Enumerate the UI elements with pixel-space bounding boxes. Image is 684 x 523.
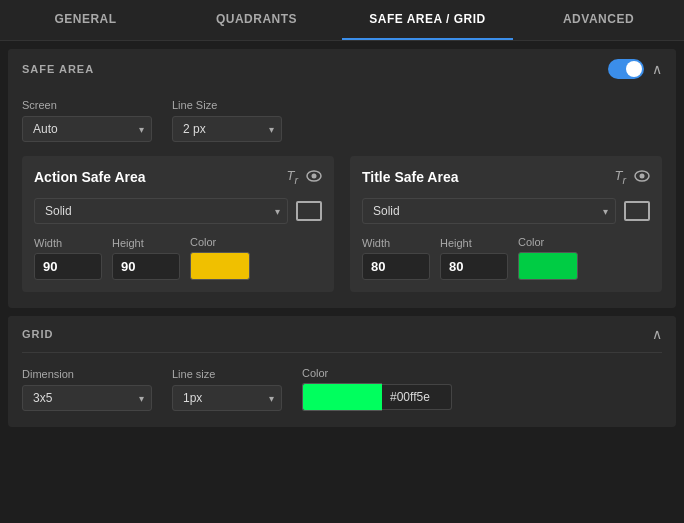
grid-dimension-label: Dimension [22,368,152,380]
svg-point-1 [312,173,317,178]
safe-area-controls: ∧ [608,59,662,79]
action-eye-icon[interactable] [306,169,322,185]
svg-point-3 [640,173,645,178]
grid-color-input[interactable] [382,384,452,410]
grid-title: GRID [22,328,54,340]
screen-label: Screen [22,99,152,111]
title-style-select-wrapper: Solid Dashed ▾ [362,198,616,224]
title-font-icon[interactable]: Tr [614,168,626,186]
grid-linesize-group: Line size 1px 2px 3px ▾ [172,368,282,411]
screen-linesize-row: Screen Auto ▾ Line Size 2 px 1 px 3 px [22,99,662,142]
action-width-label: Width [34,237,102,249]
grid-dimension-select[interactable]: 3x5 2x2 4x4 [22,385,152,411]
tab-bar: GENERAL QUADRANTS SAFE AREA / GRID ADVAN… [0,0,684,41]
title-width-field: Width [362,237,430,280]
grid-color-swatch[interactable] [302,383,382,411]
title-eye-icon[interactable] [634,169,650,185]
title-safe-icons: Tr [614,168,650,186]
line-size-field-group: Line Size 2 px 1 px 3 px ▾ [172,99,282,142]
action-dims-row: Width Height Color [34,236,322,280]
action-height-label: Height [112,237,180,249]
title-height-input[interactable] [440,253,508,280]
screen-select-wrapper: Auto ▾ [22,116,152,142]
action-style-select-wrapper: Solid Dashed ▾ [34,198,288,224]
safe-areas-container: Action Safe Area Tr [22,156,662,292]
title-height-field: Height [440,237,508,280]
screen-field-group: Screen Auto ▾ [22,99,152,142]
title-color-label: Color [518,236,578,248]
title-color-field: Color [518,236,578,280]
grid-dimension-select-wrapper: 3x5 2x2 4x4 ▾ [22,385,152,411]
title-height-label: Height [440,237,508,249]
title-width-label: Width [362,237,430,249]
grid-linesize-select[interactable]: 1px 2px 3px [172,385,282,411]
grid-header: GRID ∧ [8,316,676,352]
line-size-select[interactable]: 2 px 1 px 3 px [172,116,282,142]
title-safe-title: Title Safe Area [362,169,459,185]
action-rect-icon[interactable] [296,201,322,221]
line-size-select-wrapper: 2 px 1 px 3 px ▾ [172,116,282,142]
tab-general[interactable]: GENERAL [0,0,171,40]
action-height-input[interactable] [112,253,180,280]
action-color-field: Color [190,236,250,280]
action-font-icon[interactable]: Tr [286,168,298,186]
action-width-input[interactable] [34,253,102,280]
grid-settings-row: Dimension 3x5 2x2 4x4 ▾ Line size 1px 2p… [22,367,662,411]
safe-area-toggle[interactable] [608,59,644,79]
action-style-select[interactable]: Solid Dashed [34,198,288,224]
line-size-label: Line Size [172,99,282,111]
tab-safe-area-grid[interactable]: SAFE AREA / GRID [342,0,513,40]
title-width-input[interactable] [362,253,430,280]
safe-area-chevron[interactable]: ∧ [652,61,662,77]
title-rect-icon[interactable] [624,201,650,221]
grid-chevron[interactable]: ∧ [652,326,662,342]
title-dims-row: Width Height Color [362,236,650,280]
safe-area-title: SAFE AREA [22,63,94,75]
grid-section: GRID ∧ Dimension 3x5 2x2 4x4 ▾ Line size [8,316,676,427]
safe-area-content: Screen Auto ▾ Line Size 2 px 1 px 3 px [8,89,676,308]
grid-content: Dimension 3x5 2x2 4x4 ▾ Line size 1px 2p… [8,353,676,427]
grid-color-row [302,383,452,411]
screen-select[interactable]: Auto [22,116,152,142]
safe-area-section: SAFE AREA ∧ Screen Auto ▾ Line Size [8,49,676,308]
action-style-row: Solid Dashed ▾ [34,198,322,224]
grid-linesize-label: Line size [172,368,282,380]
action-safe-title: Action Safe Area [34,169,146,185]
title-style-row: Solid Dashed ▾ [362,198,650,224]
grid-linesize-select-wrapper: 1px 2px 3px ▾ [172,385,282,411]
action-color-label: Color [190,236,250,248]
action-safe-area-card: Action Safe Area Tr [22,156,334,292]
title-safe-header: Title Safe Area Tr [362,168,650,186]
title-safe-area-card: Title Safe Area Tr [350,156,662,292]
grid-color-group: Color [302,367,452,411]
title-color-swatch[interactable] [518,252,578,280]
action-safe-header: Action Safe Area Tr [34,168,322,186]
tab-advanced[interactable]: ADVANCED [513,0,684,40]
safe-area-header: SAFE AREA ∧ [8,49,676,89]
tab-quadrants[interactable]: QUADRANTS [171,0,342,40]
grid-controls: ∧ [652,326,662,342]
action-width-field: Width [34,237,102,280]
action-safe-icons: Tr [286,168,322,186]
action-color-swatch[interactable] [190,252,250,280]
title-style-select[interactable]: Solid Dashed [362,198,616,224]
grid-dimension-group: Dimension 3x5 2x2 4x4 ▾ [22,368,152,411]
action-height-field: Height [112,237,180,280]
grid-color-label: Color [302,367,452,379]
